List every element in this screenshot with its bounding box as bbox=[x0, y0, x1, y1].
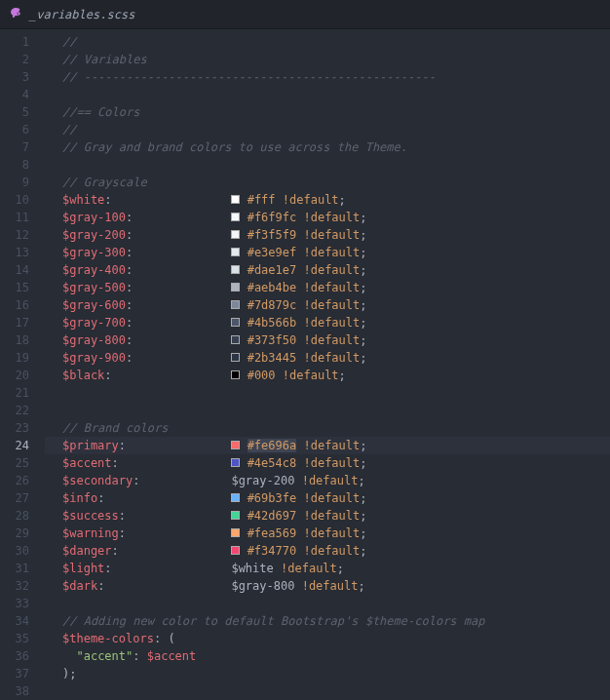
code-line[interactable]: $gray-700: #4b566b !default; bbox=[62, 314, 610, 331]
code-line[interactable]: $secondary: $gray-200 !default; bbox=[62, 472, 610, 489]
code-line[interactable]: $gray-800: #373f50 !default; bbox=[62, 331, 610, 349]
line-number: 29 bbox=[0, 525, 29, 542]
code-line[interactable]: $black: #000 !default; bbox=[62, 367, 610, 384]
sass-icon bbox=[10, 7, 22, 22]
comment: // Gray and brand colors to use across t… bbox=[62, 140, 407, 154]
color-swatch bbox=[231, 511, 240, 520]
code-line[interactable] bbox=[62, 595, 610, 612]
default-flag: !default bbox=[303, 333, 360, 347]
hex-value: #e3e9ef bbox=[248, 246, 297, 259]
hex-value: #aeb4be bbox=[248, 281, 297, 294]
line-number: 8 bbox=[0, 156, 29, 174]
line-number: 21 bbox=[0, 384, 29, 402]
code-line[interactable]: $dark: $gray-800 !default; bbox=[62, 577, 610, 595]
code-line[interactable]: $gray-500: #aeb4be !default; bbox=[62, 279, 610, 296]
line-number: 33 bbox=[0, 595, 29, 612]
line-number: 1 bbox=[0, 33, 29, 51]
line-number: 20 bbox=[0, 367, 29, 384]
code-line[interactable] bbox=[62, 682, 610, 700]
color-swatch bbox=[231, 353, 240, 362]
code-line[interactable] bbox=[62, 402, 610, 419]
scss-variable: $accent bbox=[62, 456, 112, 470]
default-flag: !default bbox=[303, 228, 360, 242]
variable-ref: $gray-800 bbox=[231, 579, 294, 593]
code-line[interactable]: $danger: #f34770 !default; bbox=[62, 542, 610, 560]
code-line[interactable]: $theme-colors: ( bbox=[62, 630, 610, 647]
hex-value: #fff bbox=[248, 193, 276, 207]
variable-ref: $accent bbox=[147, 649, 197, 663]
color-swatch bbox=[231, 458, 240, 467]
code-line[interactable]: $primary: #fe696a !default; bbox=[45, 437, 610, 454]
code-line[interactable] bbox=[62, 86, 610, 103]
code-line[interactable]: //== Colors bbox=[62, 103, 610, 121]
map-key: "accent" bbox=[76, 649, 133, 663]
code-line[interactable]: $accent: #4e54c8 !default; bbox=[62, 454, 610, 472]
code-line[interactable]: // -------------------------------------… bbox=[62, 68, 610, 86]
code-line[interactable]: // Grayscale bbox=[62, 174, 610, 191]
color-swatch bbox=[231, 283, 240, 292]
code-line[interactable]: // Brand colors bbox=[62, 419, 610, 437]
color-swatch bbox=[231, 318, 240, 327]
scss-variable: $secondary bbox=[62, 474, 133, 487]
code-line[interactable]: $warning: #fea569 !default; bbox=[62, 525, 610, 542]
code-line[interactable]: ); bbox=[62, 665, 610, 682]
hex-value: #42d697 bbox=[248, 509, 297, 523]
color-swatch bbox=[231, 265, 240, 274]
hex-value: #000 bbox=[248, 369, 276, 382]
line-number: 35 bbox=[0, 630, 29, 647]
code-line[interactable]: // bbox=[62, 121, 610, 138]
code-line[interactable] bbox=[62, 156, 610, 174]
code-line[interactable]: $gray-900: #2b3445 !default; bbox=[62, 349, 610, 367]
line-number: 22 bbox=[0, 402, 29, 419]
line-number: 34 bbox=[0, 612, 29, 630]
default-flag: !default bbox=[303, 246, 360, 259]
default-flag: !default bbox=[303, 509, 360, 523]
scss-variable: $gray-800 bbox=[62, 333, 126, 347]
code-line[interactable]: $gray-600: #7d879c !default; bbox=[62, 296, 610, 314]
color-swatch bbox=[231, 493, 240, 502]
scss-variable: $gray-900 bbox=[62, 351, 126, 365]
comment: // Adding new color to default Bootstrap… bbox=[62, 614, 484, 628]
code-line[interactable]: // Gray and brand colors to use across t… bbox=[62, 138, 610, 156]
code-line[interactable]: $gray-200: #f3f5f9 !default; bbox=[62, 226, 610, 244]
line-number: 30 bbox=[0, 542, 29, 560]
line-number: 18 bbox=[0, 331, 29, 349]
line-number: 10 bbox=[0, 191, 29, 209]
line-number: 23 bbox=[0, 419, 29, 437]
code-line[interactable]: $info: #69b3fe !default; bbox=[62, 489, 610, 507]
tab-filename[interactable]: _variables.scss bbox=[29, 8, 134, 21]
line-number: 4 bbox=[0, 86, 29, 103]
line-number: 24 bbox=[0, 437, 29, 454]
code-line[interactable]: // Variables bbox=[62, 51, 610, 68]
comment: // Variables bbox=[62, 53, 147, 66]
code-line[interactable]: $light: $white !default; bbox=[62, 560, 610, 577]
line-number: 11 bbox=[0, 209, 29, 226]
code-line[interactable] bbox=[62, 384, 610, 402]
hex-value: #4e54c8 bbox=[248, 456, 297, 470]
scss-variable: $gray-500 bbox=[62, 281, 126, 294]
hex-value: #f3f5f9 bbox=[248, 228, 297, 242]
line-number: 2 bbox=[0, 51, 29, 68]
scss-variable: $warning bbox=[62, 526, 119, 540]
editor: 1234567891011121314151617181920212223242… bbox=[0, 29, 610, 700]
hex-value: #69b3fe bbox=[248, 491, 297, 505]
line-number: 13 bbox=[0, 244, 29, 261]
scss-variable: $danger bbox=[62, 544, 112, 558]
default-flag: !default bbox=[283, 369, 339, 382]
code-line[interactable]: $gray-100: #f6f9fc !default; bbox=[62, 209, 610, 226]
scss-variable: $gray-200 bbox=[62, 228, 126, 242]
line-number: 12 bbox=[0, 226, 29, 244]
hex-value: #fea569 bbox=[248, 526, 297, 540]
hex-value: #2b3445 bbox=[248, 351, 297, 365]
code-line[interactable]: $success: #42d697 !default; bbox=[62, 507, 610, 525]
code-line[interactable]: $gray-300: #e3e9ef !default; bbox=[62, 244, 610, 261]
code-line[interactable]: $gray-400: #dae1e7 !default; bbox=[62, 261, 610, 279]
default-flag: !default bbox=[303, 316, 360, 330]
code-line[interactable]: $white: #fff !default; bbox=[62, 191, 610, 209]
default-flag: !default bbox=[303, 351, 360, 365]
code-line[interactable]: // Adding new color to default Bootstrap… bbox=[62, 612, 610, 630]
code-area[interactable]: //// Variables// -----------------------… bbox=[45, 33, 610, 700]
hex-value: #4b566b bbox=[248, 316, 297, 330]
code-line[interactable]: // bbox=[62, 33, 610, 51]
code-line[interactable]: "accent": $accent bbox=[62, 647, 610, 665]
